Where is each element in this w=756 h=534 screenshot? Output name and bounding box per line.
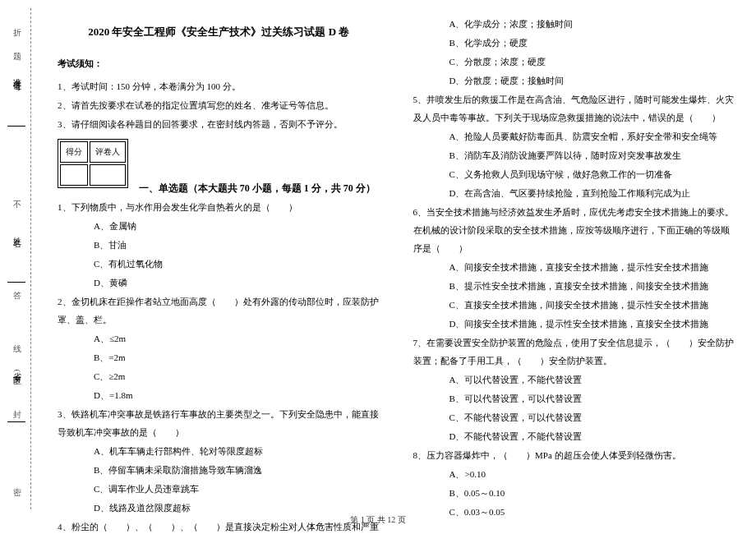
score-cell-1: 得分 (60, 141, 88, 163)
q2-opt-c: C、≥2m (58, 367, 380, 385)
q4-opt-a: A、化学成分；浓度；接触时间 (413, 15, 736, 33)
q4-opt-d: D、分散度；硬度；接触时间 (413, 71, 736, 90)
q6-opt-b: B、提示性安全技术措施，直接安全技术措施，间接安全技术措施 (413, 277, 736, 295)
q5-opt-a: A、抢险人员要戴好防毒面具、防震安全帽，系好安全带和安全绳等 (413, 127, 736, 145)
q2-opt-a: A、≤2m (58, 329, 380, 348)
q1-opt-c: C、有机过氧化物 (58, 255, 380, 273)
q8-opt-b: B、0.05～0.10 (413, 484, 736, 502)
cut-char-2: 线 (11, 338, 22, 341)
q1: 1、下列物质中，与水作用会发生化学自热着火的是（ ） (58, 198, 380, 216)
q3-opt-d: D、线路及道岔限度超标 (58, 499, 380, 517)
dashed-fold-line (30, 8, 31, 509)
cut-char-1: 封 (11, 403, 22, 407)
q5: 5、井喷发生后的救援工作是在高含油、气危险区进行，随时可能发生爆炸、火灾及人员中… (413, 90, 736, 127)
q4-opt-b: B、化学成分；硬度 (413, 34, 736, 52)
score-box: 得分 评卷人 (58, 139, 128, 188)
q2-opt-d: D、=1.8m (58, 386, 380, 404)
q7-opt-b: B、可以代替设置，可以代替设置 (413, 389, 736, 407)
q5-opt-b: B、消防车及消防设施要严阵以待，随时应对突发事故发生 (413, 146, 736, 164)
q1-opt-b: B、甘油 (58, 236, 380, 254)
notice-2: 2、请首先按要求在试卷的指定位置填写您的姓名、准考证号等信息。 (58, 96, 380, 114)
q4: 4、粉尘的（ ）、（ ）、（ ）是直接决定粉尘对人体危害性质和严重程度的重要因素… (58, 518, 380, 534)
q3-opt-a: A、机车车辆走行部构件、轮对等限度超标 (58, 442, 380, 460)
q7-opt-c: C、不能代替设置，可以代替设置 (413, 408, 736, 426)
q1-opt-a: A、金属钠 (58, 217, 380, 235)
notice-3: 3、请仔细阅读各种题目的回答要求，在密封线内答题，否则不予评分。 (58, 115, 380, 133)
q6-opt-d: D、间接安全技术措施，提示性安全技术措施，直接安全技术措施 (413, 315, 736, 333)
cut-char-4: 答 (11, 284, 22, 288)
admission-field[interactable] (7, 81, 25, 127)
fold-char-1: 不 (11, 194, 22, 197)
q2-opt-b: B、=2m (58, 348, 380, 366)
admission-label: 准考证号 (11, 71, 22, 78)
name-field[interactable] (7, 237, 25, 283)
q3-opt-c: C、调车作业人员违章跳车 (58, 480, 380, 498)
q8-opt-c: C、0.03～0.05 (413, 503, 736, 521)
q3: 3、铁路机车冲突事故是铁路行车事故的主要类型之一。下列安全隐患中，能直接导致机车… (58, 405, 380, 441)
q5-opt-d: D、在高含油、气区要持续抢险，直到抢险工作顺利完成为止 (413, 184, 736, 202)
section-1-title: 一、单选题（本大题共 70 小题，每题 1 分，共 70 分） (139, 178, 376, 198)
q5-opt-c: C、义务抢救人员到现场守候，做好急救工作的一切准备 (413, 165, 736, 183)
cut-char-0: 折 (11, 21, 22, 25)
q7: 7、在需要设置安全防护装置的危险点，使用了安全信息提示，（ ）安全防护装置；配备… (413, 334, 736, 370)
q8-opt-a: A、>0.10 (413, 465, 736, 483)
exam-title: 2020 年安全工程师《安全生产技术》过关练习试题 D 卷 (58, 21, 380, 43)
right-column: A、化学成分；浓度；接触时间 B、化学成分；硬度 C、分散度；浓度；硬度 D、分… (397, 8, 753, 509)
province-label: 省（市区） (11, 366, 22, 374)
q1-opt-d: D、黄磷 (58, 274, 380, 292)
binding-rail: 折 题 准考证号 不 姓名 答 线 省（市区） 封 (4, 8, 41, 509)
q8: 8、压力容器爆炸中，（ ）MPa 的超压会使人体受到轻微伤害。 (413, 446, 736, 464)
notice-1: 1、考试时间：150 分钟，本卷满分为 100 分。 (58, 77, 380, 95)
score-cell-2: 评卷人 (90, 141, 126, 163)
cut-char-3: 密 (11, 481, 22, 485)
left-column: 2020 年安全工程师《安全生产技术》过关练习试题 D 卷 考试须知： 1、考试… (41, 8, 397, 509)
q4-opt-c: C、分散度；浓度；硬度 (413, 53, 736, 71)
q2: 2、金切机床在距操作者站立地面高度（ ）处有外露的传动部位时，应装防护罩、盖、栏… (58, 292, 380, 329)
q3-opt-b: B、停留车辆未采取防溜措施导致车辆溜逸 (58, 461, 380, 479)
cut-char-5: 题 (11, 46, 22, 49)
q6-opt-a: A、间接安全技术措施，直接安全技术措施，提示性安全技术措施 (413, 258, 736, 276)
q7-opt-a: A、可以代替设置，不能代替设置 (413, 371, 736, 389)
notice-heading: 考试须知： (58, 54, 380, 72)
q6-opt-c: C、直接安全技术措施，间接安全技术措施，提示性安全技术措施 (413, 296, 736, 314)
name-label: 姓名 (11, 231, 22, 234)
q6: 6、当安全技术措施与经济效益发生矛盾时，应优先考虑安全技术措施上的要求。在机械的… (413, 203, 736, 257)
q7-opt-d: D、不能代替设置，不能代替设置 (413, 427, 736, 445)
